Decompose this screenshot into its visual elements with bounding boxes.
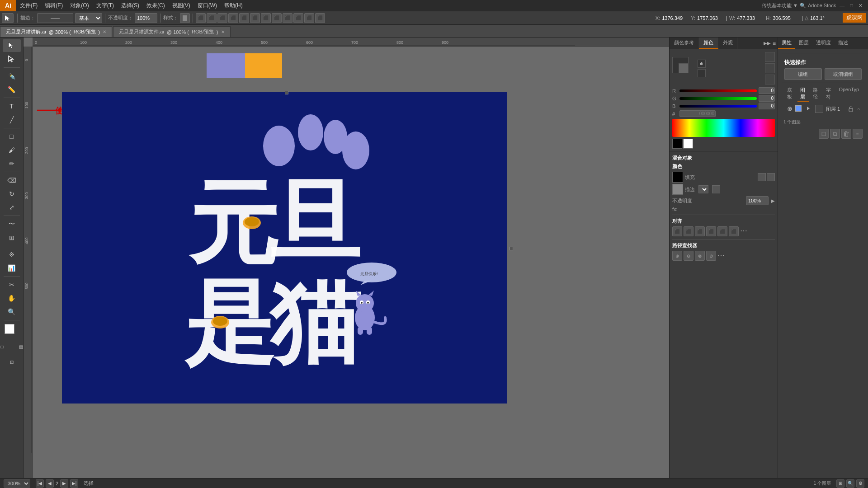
add-anchor-tool[interactable]: ✏️ xyxy=(3,83,21,96)
layer-delete-btn[interactable]: 🗑 xyxy=(841,129,851,139)
prop-tab-trans[interactable]: 透明度 xyxy=(812,38,835,49)
menu-effect[interactable]: 效果(C) xyxy=(143,0,169,11)
status-settings-btn[interactable]: ⚙ xyxy=(856,479,864,488)
layer-tab-2[interactable]: 路径 xyxy=(810,86,822,102)
distribute-center-h-btn[interactable]: ⬛ xyxy=(272,13,282,23)
warp-tool[interactable]: 〜 xyxy=(3,218,21,230)
color-icon-1[interactable] xyxy=(765,52,775,62)
layer-tab-1[interactable]: 图层 xyxy=(797,86,810,102)
layer-tab-4[interactable]: OpenTyp xyxy=(836,86,862,102)
symbol-tool[interactable]: ※ xyxy=(3,248,21,261)
tab-0-close[interactable]: ✕ xyxy=(103,29,106,34)
tab-0[interactable]: 元旦是只猫讲解.ai @ 300% ( RGB/预览 ) ✕ xyxy=(0,26,112,37)
layer-duplicate-btn[interactable]: ⧉ xyxy=(830,129,840,139)
color-mode-btn[interactable]: ⊕ xyxy=(698,60,706,68)
screen-mode-btn[interactable]: ⊡ xyxy=(3,356,21,368)
opacity-input[interactable] xyxy=(135,13,157,23)
rotate-tool[interactable]: ↻ xyxy=(3,188,21,200)
swatch-orange[interactable] xyxy=(245,53,282,78)
color-icon-2[interactable] xyxy=(765,63,775,73)
tab-1[interactable]: 元旦是只猫源文件.ai @ 100% ( RGB/预览 ) ✕ xyxy=(113,26,230,37)
distribute-left-btn[interactable]: ⬛ xyxy=(261,13,271,23)
pen-tool[interactable]: ✒️ xyxy=(3,70,21,82)
artwork-canvas[interactable]: 元 旦 是 猫 xyxy=(62,92,507,404)
menu-object[interactable]: 对象(O) xyxy=(66,0,92,11)
pathfinder-unite-btn[interactable]: ⊕ xyxy=(672,251,682,261)
menu-edit[interactable]: 编辑(E) xyxy=(41,0,66,11)
menu-search-icon[interactable]: 🔍 xyxy=(800,3,806,9)
distribute-top-btn[interactable]: ⬛ xyxy=(293,13,303,23)
status-search-btn[interactable]: 🔍 xyxy=(846,479,854,488)
align-center-v-btn[interactable]: ⬛ xyxy=(239,13,249,23)
next-page-btn[interactable]: ▶ xyxy=(60,479,68,488)
tab-1-close[interactable]: ✕ xyxy=(221,29,225,34)
menu-view[interactable]: 视图(V) xyxy=(169,0,194,11)
align-center-h-icon-btn[interactable]: ⬛ xyxy=(684,226,693,236)
hand-tool[interactable]: ✋ xyxy=(3,292,21,305)
swatch-purple[interactable] xyxy=(207,53,245,78)
stroke-thumb[interactable] xyxy=(672,184,683,195)
style-preview[interactable] xyxy=(180,13,190,23)
pencil-tool[interactable]: ✏ xyxy=(3,157,21,170)
align-top-icon-btn[interactable]: ⬛ xyxy=(706,226,716,236)
distribute-center-v-btn[interactable]: ⬛ xyxy=(304,13,314,23)
panel-expand-btn[interactable]: ▶▶ xyxy=(764,41,771,46)
distribute-bottom-btn[interactable]: ⬛ xyxy=(315,13,325,23)
menu-help[interactable]: 帮助(H) xyxy=(221,0,246,11)
align-left-icon-btn[interactable]: ⬛ xyxy=(672,226,682,236)
prop-tab-attr[interactable]: 属性 xyxy=(778,38,795,49)
pathfinder-exclude-btn[interactable]: ⊘ xyxy=(706,251,716,261)
appearance-tab[interactable]: 外观 xyxy=(718,38,738,49)
paintbrush-tool[interactable]: 🖌 xyxy=(3,144,21,156)
line-tool[interactable]: ╱ xyxy=(3,113,21,126)
menu-select[interactable]: 选择(S) xyxy=(118,0,143,11)
selection-tool[interactable] xyxy=(3,39,21,52)
status-arrange-btn[interactable]: ⊞ xyxy=(836,479,844,488)
white-swatch[interactable] xyxy=(683,139,693,149)
color-tab[interactable]: 颜色 xyxy=(699,38,718,49)
eyedropper-btn[interactable] xyxy=(698,69,706,77)
menu-window[interactable]: 窗口(W) xyxy=(194,0,221,11)
maximize-btn[interactable]: □ xyxy=(848,3,855,8)
b-value[interactable] xyxy=(759,103,775,109)
edit-group-btn[interactable]: 编组 xyxy=(784,68,822,80)
normal-mode-btn[interactable]: □ xyxy=(0,340,11,353)
align-center-v-icon-btn[interactable]: ⬛ xyxy=(717,226,727,236)
layer-menu-btn[interactable]: ≡ xyxy=(853,129,863,139)
hex-input[interactable] xyxy=(679,110,716,117)
fill-thumb[interactable] xyxy=(672,172,683,183)
ungroup-btn[interactable]: 取消编组 xyxy=(825,68,862,80)
layer-row-0[interactable]: 图层 1 ○ xyxy=(784,103,862,114)
color-icon-3[interactable] xyxy=(765,75,775,84)
g-slider[interactable] xyxy=(679,97,757,100)
layer-visibility-0[interactable] xyxy=(786,105,793,113)
pathfinder-more-icon[interactable]: ⋯ xyxy=(717,251,725,261)
menu-file[interactable]: 文件(F) xyxy=(16,0,41,11)
zoom-select[interactable]: 300% xyxy=(4,479,30,488)
zoom-tool[interactable]: 🔍 xyxy=(3,305,21,318)
direct-selection-tool[interactable] xyxy=(3,53,21,66)
distribute-right-btn[interactable]: ⬛ xyxy=(283,13,292,23)
align-bottom-btn[interactable]: ⬛ xyxy=(250,13,260,23)
layer-expand-0[interactable] xyxy=(805,105,812,113)
r-slider[interactable] xyxy=(679,89,757,92)
r-value[interactable] xyxy=(759,87,775,94)
color-spectrum[interactable] xyxy=(672,119,775,137)
chart-tool[interactable]: 📊 xyxy=(3,262,21,274)
align-top-btn[interactable]: ⬛ xyxy=(228,13,238,23)
slice-tool[interactable]: ✂ xyxy=(3,278,21,291)
selection-tool-icon[interactable] xyxy=(2,13,14,23)
stroke-type-select[interactable]: 基本 xyxy=(75,13,102,23)
prop-tab-desc[interactable]: 描述 xyxy=(835,38,852,49)
stroke-preview[interactable]: —— xyxy=(37,13,73,23)
black-swatch[interactable] xyxy=(672,139,682,149)
align-bottom-icon-btn[interactable]: ⬛ xyxy=(729,226,739,236)
foreground-color[interactable] xyxy=(5,324,14,334)
type-tool[interactable]: T xyxy=(3,100,21,113)
opacity-prop-input[interactable] xyxy=(746,196,769,205)
opacity-expand-btn[interactable]: ▶ xyxy=(771,198,775,203)
panel-menu-icon[interactable]: ≡ xyxy=(773,40,776,47)
fill-opt-btn[interactable] xyxy=(767,173,775,181)
color-ref-tab[interactable]: 颜色参考 xyxy=(670,38,699,49)
align-center-h-btn[interactable]: ⬛ xyxy=(207,13,217,23)
